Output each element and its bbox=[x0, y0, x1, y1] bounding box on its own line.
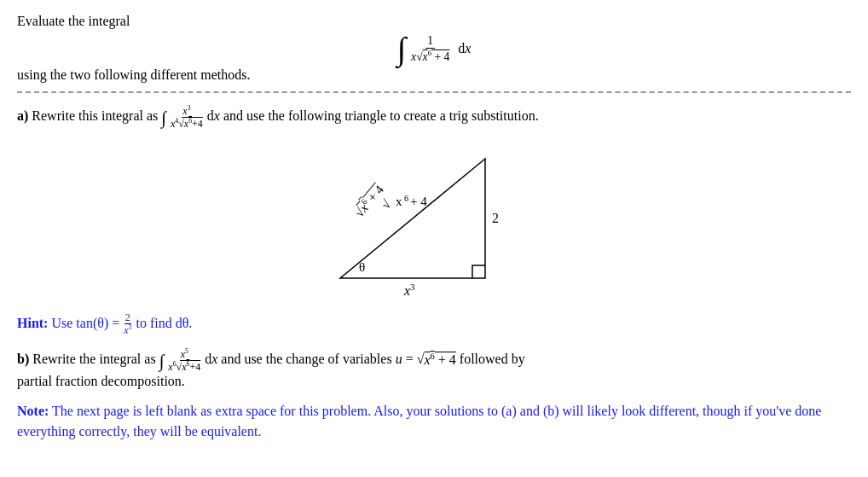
part-a-letter: a) bbox=[17, 108, 28, 123]
note-block: Note: The next page is left blank as ext… bbox=[17, 401, 851, 442]
part-a-fraction: x3 x4√x6+4 bbox=[170, 105, 204, 130]
using-label: using the two following different method… bbox=[17, 67, 851, 83]
part-b-dx: dx and use the change of variables u = √… bbox=[205, 352, 525, 367]
divider bbox=[17, 91, 851, 93]
main-fraction: 1 x√x6 + 4 bbox=[409, 34, 451, 64]
part-b-letter: b) bbox=[17, 352, 29, 367]
hint-num: 2 bbox=[124, 312, 131, 324]
hint-block: Hint: Use tan(θ) = 2 x3 to find dθ. bbox=[17, 312, 851, 336]
part-b-intro: Rewrite the integral as bbox=[32, 352, 159, 367]
denominator: x√x6 + 4 bbox=[409, 49, 451, 64]
hint-den: x3 bbox=[123, 324, 132, 336]
part-b-fraction: x5 x6√x6+4 bbox=[167, 348, 201, 373]
part-a-middle-text: dx and use the following triangle to cre… bbox=[207, 108, 539, 123]
part-b-label: b) Rewrite the integral as ∫ x5 x6√x6+4 … bbox=[17, 348, 851, 388]
intro-block: Evaluate the integral ∫ 1 x√x6 + 4 dx us… bbox=[17, 14, 851, 83]
hyp-label: √x6 + 4 bbox=[350, 182, 386, 220]
part-a-block: a) Rewrite this integral as ∫ x3 x4√x6+4… bbox=[17, 105, 851, 337]
hint-label: Hint: bbox=[17, 316, 48, 330]
part-b-last: partial fraction decomposition. bbox=[17, 374, 185, 388]
triangle-labels-overlay: √x6 + 4 bbox=[315, 142, 553, 304]
hint-content: Use tan(θ) = bbox=[51, 316, 123, 330]
part-a-int-symbol: ∫ bbox=[161, 107, 166, 126]
part-a-label: a) Rewrite this integral as ∫ x3 x4√x6+4… bbox=[17, 105, 851, 130]
hint-fraction: 2 x3 bbox=[123, 312, 132, 336]
part-b-block: b) Rewrite the integral as ∫ x5 x6√x6+4 … bbox=[17, 348, 851, 388]
evaluate-label: Evaluate the integral bbox=[17, 14, 851, 29]
part-b-int-symbol: ∫ bbox=[159, 351, 165, 370]
part-a-denominator: x4√x6+4 bbox=[170, 118, 204, 130]
part-a-numerator: x3 bbox=[182, 105, 191, 118]
dx-label: dx bbox=[458, 41, 471, 56]
triangle-diagram: √ x 6 + 4 2 x3 θ √x6 + 4 bbox=[17, 142, 851, 304]
note-text: Note: The next page is left blank as ext… bbox=[17, 401, 851, 442]
main-integral: ∫ 1 x√x6 + 4 dx bbox=[17, 34, 851, 64]
integral-symbol: ∫ bbox=[397, 36, 407, 62]
hint-suffix: to find dθ. bbox=[136, 316, 192, 330]
part-b-denominator: x6√x6+4 bbox=[167, 361, 201, 373]
numerator: 1 bbox=[425, 34, 435, 49]
note-label: Note: bbox=[17, 404, 49, 418]
note-content: The next page is left blank as extra spa… bbox=[17, 404, 821, 439]
part-a-intro: Rewrite this integral as bbox=[32, 108, 161, 123]
